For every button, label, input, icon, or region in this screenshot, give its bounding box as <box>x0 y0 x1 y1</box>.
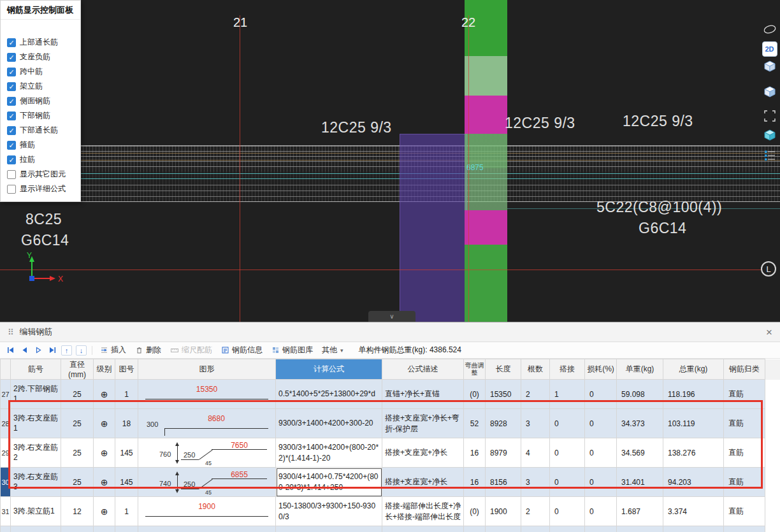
row-number[interactable]: 28 <box>1 409 11 438</box>
cell-dia[interactable]: 12 <box>61 497 94 526</box>
cell-category[interactable]: 直筋 <box>724 409 765 438</box>
cell-total_weight[interactable]: 3.374 <box>663 497 724 526</box>
scale-rebar-button[interactable]: 缩尺配筋 <box>168 343 215 357</box>
cell-unit_weight[interactable] <box>617 526 663 532</box>
cell-dia[interactable]: 25 <box>61 380 94 409</box>
cell-lap[interactable] <box>550 526 585 532</box>
nav-prev-button[interactable] <box>19 345 29 356</box>
column-element[interactable] <box>465 0 507 322</box>
display-option-4[interactable]: ✓侧面钢筋 <box>1 94 80 108</box>
cell-shape[interactable]: 3008680 <box>138 409 276 438</box>
cell-lap[interactable]: 1 <box>550 380 585 409</box>
zoom-extents-button[interactable] <box>762 108 778 124</box>
col-header-5[interactable]: 计算公式 <box>276 359 382 380</box>
nav-first-button[interactable] <box>5 345 15 356</box>
display-option-2[interactable]: ✓跨中筋 <box>1 64 80 79</box>
drag-grip-icon[interactable]: ⠿ <box>8 327 14 337</box>
checkbox-checked[interactable]: ✓ <box>7 97 16 106</box>
cell-loss[interactable] <box>585 526 617 532</box>
cell-lap[interactable]: 0 <box>550 438 585 468</box>
cell-fig_no[interactable] <box>115 526 138 532</box>
cell-category[interactable]: 直筋 <box>724 497 765 526</box>
col-header-3[interactable]: 图号 <box>115 359 138 380</box>
rebar-library-button[interactable]: 钢筋图库 <box>269 343 315 357</box>
panel-titlebar[interactable]: ⠿ 编辑钢筋 × <box>0 322 780 342</box>
move-down-button[interactable]: ↓ <box>76 345 87 356</box>
cell-bend[interactable]: 16 <box>464 438 486 468</box>
rebar-row-partial[interactable]: 3跨.侧面筋1 <box>1 526 780 532</box>
cell-length[interactable]: 8156 <box>486 468 521 497</box>
cell-unit_weight[interactable]: 34.569 <box>617 438 663 468</box>
cell-category[interactable]: 直筋 <box>724 438 765 468</box>
row-number[interactable]: 30 <box>1 468 11 497</box>
cell-grade[interactable]: ⊕ <box>94 438 115 468</box>
cell-desc[interactable]: 搭接+支座宽+净长 <box>382 438 464 468</box>
cell-bend[interactable]: 16 <box>464 468 486 497</box>
cell-loss[interactable]: 0 <box>585 438 617 468</box>
cell-lap[interactable]: 0 <box>550 468 585 497</box>
cell-shape[interactable]: 760250457650 <box>138 438 276 468</box>
3d-viewport[interactable]: 21 22 12C25 9/3 12C25 9/3 12C25 9/3 8C25… <box>0 0 780 322</box>
checkbox-checked[interactable]: ✓ <box>7 53 16 62</box>
display-option-1[interactable]: ✓支座负筋 <box>1 50 80 64</box>
cell-total_weight[interactable]: 103.119 <box>663 409 724 438</box>
cell-count[interactable] <box>521 526 550 532</box>
display-option-3[interactable]: ✓架立筋 <box>1 79 80 94</box>
cell-total_weight[interactable] <box>663 526 724 532</box>
cell-total_weight[interactable]: 118.196 <box>663 380 724 409</box>
cell-fig_no[interactable]: 18 <box>115 409 138 438</box>
cell-unit_weight[interactable]: 59.098 <box>617 380 663 409</box>
view-cube-button[interactable] <box>762 58 778 74</box>
orbit-view-button[interactable] <box>762 21 778 37</box>
rebar-row-27[interactable]: 272跨.下部钢筋125⊕1153500.5*1400+5*25+13800+2… <box>1 380 780 409</box>
cell-grade[interactable] <box>94 526 115 532</box>
checkbox-unchecked[interactable] <box>7 170 16 179</box>
nav-last-button[interactable] <box>47 345 57 356</box>
checkbox-unchecked[interactable] <box>7 185 16 194</box>
cell-shape[interactable]: 740250456855 <box>138 468 276 497</box>
cell-fig_no[interactable]: 145 <box>115 438 138 468</box>
col-header-8[interactable]: 长度 <box>486 359 521 380</box>
cell-shape[interactable]: 1900 <box>138 497 276 526</box>
rebar-info-button[interactable]: 钢筋信息 <box>219 343 265 357</box>
cell-category[interactable]: 直筋 <box>724 380 765 409</box>
checkbox-checked[interactable]: ✓ <box>7 155 16 164</box>
cell-grade[interactable]: ⊕ <box>94 468 115 497</box>
rebar-row-29[interactable]: 293跨.右支座筋225⊕1457602504576509300/3+1400+… <box>1 438 780 468</box>
checkbox-checked[interactable]: ✓ <box>7 126 16 135</box>
rebar-row-30[interactable]: 303跨.右支座筋325⊕1457402504568559300/4+1400+… <box>1 468 780 497</box>
cell-formula[interactable]: 9300/3+1400+4200+(800-20*2)*(1.414-1)-20 <box>276 438 382 468</box>
cell-desc[interactable]: 搭接-端部伸出长度+净长+搭接-端部伸出长度 <box>382 497 464 526</box>
cell-formula[interactable]: 9300/3+1400+4200+300-20 <box>276 409 382 438</box>
close-icon[interactable]: × <box>766 327 772 338</box>
col-header-11[interactable]: 损耗(%) <box>585 359 617 380</box>
display-option-6[interactable]: ✓下部通长筋 <box>1 123 80 138</box>
col-header-7[interactable]: 弯曲调整 <box>464 359 486 380</box>
cell-dia[interactable] <box>61 526 94 532</box>
checkbox-checked[interactable]: ✓ <box>7 82 16 91</box>
cell-loss[interactable]: 0 <box>585 497 617 526</box>
row-number[interactable]: 27 <box>1 380 11 409</box>
cell-desc[interactable]: 直锚+净长+直锚 <box>382 380 464 409</box>
cell-shape[interactable] <box>138 526 276 532</box>
display-option-9[interactable]: 显示其它图元 <box>1 167 80 182</box>
col-header-13[interactable]: 总重(kg) <box>663 359 724 380</box>
checkbox-checked[interactable]: ✓ <box>7 111 16 120</box>
cell-lap[interactable]: 0 <box>550 409 585 438</box>
cell-name[interactable]: 2跨.下部钢筋1 <box>11 380 61 409</box>
cell-grade[interactable]: ⊕ <box>94 409 115 438</box>
viewport-collapse-tab[interactable]: ∨ <box>368 311 415 322</box>
cell-category[interactable] <box>724 526 765 532</box>
move-up-button[interactable]: ↑ <box>61 345 72 356</box>
cell-grade[interactable]: ⊕ <box>94 497 115 526</box>
cell-formula[interactable]: 9300/4+1400+0.75*4200+(800-20*3)*1.414+2… <box>276 468 382 497</box>
cell-bend[interactable]: (0) <box>464 380 486 409</box>
cell-category[interactable]: 直筋 <box>724 468 765 497</box>
col-header-14[interactable]: 钢筋归类 <box>724 359 765 380</box>
cell-count[interactable]: 3 <box>521 409 550 438</box>
checkbox-checked[interactable]: ✓ <box>7 68 16 76</box>
cell-count[interactable]: 4 <box>521 438 550 468</box>
cell-unit_weight[interactable]: 1.687 <box>617 497 663 526</box>
cell-desc[interactable] <box>382 526 464 532</box>
cell-count[interactable]: 2 <box>521 380 550 409</box>
